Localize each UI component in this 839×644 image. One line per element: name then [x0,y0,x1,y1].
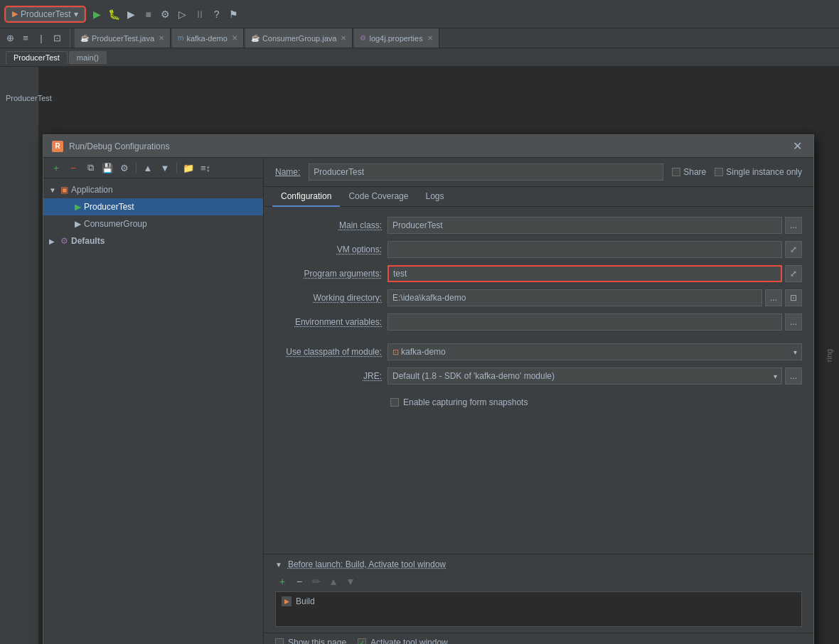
subtab-producertest[interactable]: ProducerTest [6,51,68,64]
vm-options-expand-button[interactable]: ⤢ [785,241,802,258]
tab-tool-4[interactable]: ⊡ [50,31,64,45]
tab-consumergroup-java[interactable]: ☕ ConsumerGroup.java ✕ [245,28,353,48]
tree-run-icon: ▶ [75,202,81,212]
debug-icon[interactable]: 🐛 [107,7,122,21]
before-launch-build-icon: ▶ [282,596,292,606]
program-args-expand-button[interactable]: ⤢ [785,265,802,282]
share-checkbox[interactable] [672,168,680,176]
tree-save-button[interactable]: 💾 [100,161,114,175]
tab-configuration[interactable]: Configuration [272,187,340,207]
ide-side-hint: ring [819,343,839,367]
vm-options-label: VM options: [275,245,382,254]
before-launch-up-button[interactable]: ▲ [326,574,341,589]
tasks-icon[interactable]: ⚑ [227,7,241,21]
close-tab-4-icon[interactable]: ✕ [427,34,433,42]
jre-select[interactable]: Default (1.8 - SDK of 'kafka-demo' modul… [388,367,782,385]
tree-add-button[interactable]: + [49,161,63,175]
run-config-label: ProducerTest [21,9,71,19]
single-instance-checkbox[interactable] [715,168,723,176]
pause-icon[interactable]: ⏸ [193,7,207,21]
close-tab-icon[interactable]: ✕ [159,34,164,42]
before-launch-item-build: ▶ Build [279,595,798,608]
tree-expand-arrow-icon: ▼ [49,186,58,194]
dropdown-arrow-icon: ▾ [74,9,78,19]
working-dir-input-wrap: E:\idea\kafka-demo ... ⊡ [388,289,802,306]
activate-tool-checkbox[interactable] [358,638,366,644]
program-args-input[interactable]: test [388,265,782,282]
share-checkbox-group: Share [672,167,706,177]
tree-item-defaults[interactable]: ▶ ⚙ Defaults [43,232,263,249]
tree-folder-button[interactable]: 📁 [181,161,196,175]
jre-browse-button[interactable]: ... [785,367,802,385]
run-icon[interactable]: ▶ [90,7,105,21]
tree-copy-button[interactable]: ⧉ [83,161,97,175]
program-args-row: Program arguments: test ⤢ [275,264,802,284]
main-class-browse-button[interactable]: ... [785,217,802,234]
classpath-module-select[interactable]: ⊡ kafka-demo ▾ [388,343,802,360]
tree-item-application-group[interactable]: ▼ ▣ Application [43,181,263,198]
tab-tool-2[interactable]: ≡ [18,31,33,45]
show-page-label: Show this page [288,638,346,644]
tree-item-consumergroup[interactable]: ▶ ConsumerGroup [43,215,263,232]
vm-options-input[interactable] [388,241,782,258]
tree-item-producertest[interactable]: ▶ ProducerTest [43,198,263,215]
before-launch-down-button[interactable]: ▼ [343,574,358,589]
run-config-dropdown[interactable]: ▶ ProducerTest ▾ [6,7,85,21]
working-dir-browse-button[interactable]: ... [765,289,782,306]
tree-remove-button[interactable]: − [66,161,80,175]
env-vars-input[interactable] [388,313,782,331]
subtab-main[interactable]: main() [69,51,107,64]
name-input[interactable]: ProducerTest [309,163,663,181]
close-tab-3-icon[interactable]: ✕ [341,34,346,42]
main-class-label: Main class: [275,220,382,230]
enable-snapshots-checkbox[interactable] [390,398,399,407]
subtab-bar: ProducerTest main() [0,48,839,67]
before-launch-section: ▼ Before launch: Build, Activate tool wi… [264,554,813,633]
tab-logs[interactable]: Logs [417,187,452,207]
tree-down-button[interactable]: ▼ [158,161,172,175]
tab-tool-1[interactable]: ⊕ [3,31,17,45]
env-vars-browse-button[interactable]: ... [785,313,802,331]
main-class-input[interactable]: ProducerTest [388,217,782,234]
toolbar-icons: ▶ 🐛 ▶ ■ ⚙ ▷ ⏸ ? ⚑ [90,7,241,21]
coverage-icon[interactable]: ▶ [124,7,139,21]
working-dir-input[interactable]: E:\idea\kafka-demo [388,289,762,306]
tab-code-coverage[interactable]: Code Coverage [340,187,417,207]
dialog-title-icon: R [52,141,63,152]
before-launch-edit-button[interactable]: ✏ [309,574,324,589]
tree-defaults-label: Defaults [71,236,105,246]
enable-snapshots-label: Enable capturing form snapshots [403,397,528,407]
tab-kafka-demo[interactable]: m kafka-demo ✕ [172,28,244,48]
before-launch-add-button[interactable]: + [275,574,289,589]
tree-collapsed-arrow-icon: ▶ [49,237,58,245]
file-tab-bar: ⊕ ≡ | ⊡ ☕ ProducerTest.java ✕ m kafka-de… [0,28,839,48]
tree-up-button[interactable]: ▲ [141,161,155,175]
before-launch-list: ▶ Build [275,591,802,627]
tree-producertest-label: ProducerTest [84,202,134,212]
stop-icon[interactable]: ■ [141,7,156,21]
help-toolbar-icon[interactable]: ? [210,7,224,21]
tab-tool-3[interactable]: | [34,31,48,45]
tree-sort-button[interactable]: ≡↕ [198,161,213,175]
before-launch-remove-button[interactable]: − [292,574,306,589]
dialog-title: Run/Debug Configurations [69,141,790,151]
run2-icon[interactable]: ▷ [176,7,190,21]
working-dir-macro-button[interactable]: ⊡ [785,289,802,306]
enable-snapshots-row: Enable capturing form snapshots [390,397,802,407]
dialog-close-button[interactable]: ✕ [790,139,805,154]
classpath-module-value: ⊡ kafka-demo [392,347,446,357]
working-dir-label: Working directory: [275,293,382,303]
before-launch-collapse-icon[interactable]: ▼ [275,561,282,569]
jre-input-wrap: Default (1.8 - SDK of 'kafka-demo' modul… [388,367,802,385]
jre-label: JRE: [275,371,382,381]
module-select-icon: ⊡ [392,348,401,356]
tab-log4j-props-label: log4j.properties [369,34,422,43]
tab-log4j-props[interactable]: ⚙ log4j.properties ✕ [354,28,439,48]
program-args-label: Program arguments: [275,269,382,279]
tab-producertest-java[interactable]: ☕ ProducerTest.java ✕ [75,28,171,48]
tree-settings-button[interactable]: ⚙ [117,161,132,175]
build-icon[interactable]: ⚙ [159,7,173,21]
env-vars-row: Environment variables: ... [275,312,802,332]
close-tab-2-icon[interactable]: ✕ [232,34,237,42]
show-page-checkbox[interactable] [275,638,284,644]
